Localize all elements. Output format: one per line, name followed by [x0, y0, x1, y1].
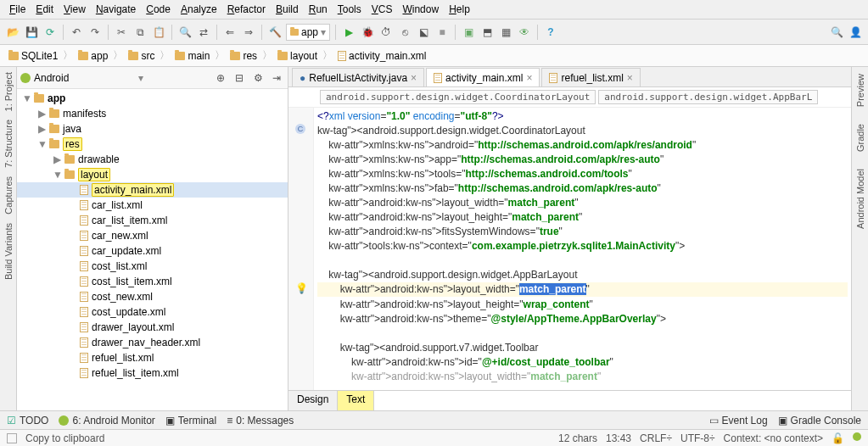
tree-item-layout[interactable]: ▼layout [17, 167, 288, 182]
tree-item-refuel_list-xml[interactable]: refuel_list.xml [17, 350, 288, 365]
undo-icon[interactable]: ↶ [69, 25, 84, 40]
menu-tools[interactable]: Tools [333, 2, 366, 17]
lock-icon[interactable]: 🔓 [832, 432, 844, 444]
menu-edit[interactable]: Edit [31, 2, 58, 17]
android-monitor-tool[interactable]: 6: Android Monitor [59, 415, 154, 426]
collapse-all-icon[interactable]: ⊟ [232, 70, 247, 86]
coverage-icon[interactable]: ⬕ [416, 25, 431, 40]
menu-refactor[interactable]: Refactor [223, 2, 270, 17]
tree-item-car_update-xml[interactable]: car_update.xml [17, 243, 288, 259]
status-android-icon[interactable] [853, 432, 861, 441]
rail-android-model[interactable]: Android Model [855, 169, 865, 229]
attach-icon[interactable]: ⎋ [397, 25, 412, 40]
code-editor[interactable]: <?xml version="1.0" encoding="utf-8"?>kw… [314, 108, 851, 390]
tree-item-drawable[interactable]: ▶drawable [17, 152, 288, 167]
status-context[interactable]: Context: <no context> [724, 432, 823, 444]
rail-build-variants[interactable]: Build Variants [3, 223, 14, 280]
find-icon[interactable]: 🔍 [177, 25, 193, 40]
menu-code[interactable]: Code [142, 2, 175, 17]
forward-icon[interactable]: ⇒ [241, 25, 256, 40]
terminal-tool[interactable]: ▣Terminal [165, 415, 216, 426]
text-tab[interactable]: Text [338, 391, 374, 410]
tree-item-manifests[interactable]: ▶manifests [17, 106, 288, 121]
status-encoding[interactable]: UTF-8÷ [680, 432, 715, 444]
gradle-console-tool[interactable]: ▣Gradle Console [778, 415, 861, 426]
redo-icon[interactable]: ↷ [87, 25, 103, 40]
event-log-tool[interactable]: ▭Event Log [709, 415, 768, 426]
back-icon[interactable]: ⇐ [222, 25, 238, 40]
tree-item-cost_update-xml[interactable]: cost_update.xml [17, 304, 288, 320]
menu-window[interactable]: Window [398, 2, 443, 17]
editor-tab-RefuelListActivity-java[interactable]: ●RefuelListActivity.java× [292, 68, 424, 86]
menu-analyze[interactable]: Analyze [176, 2, 221, 17]
close-icon[interactable]: × [411, 72, 417, 84]
tree-item-app[interactable]: ▼app [17, 91, 288, 106]
tree-item-drawer_nav_header-xml[interactable]: drawer_nav_header.xml [17, 335, 288, 350]
menu-run[interactable]: Run [305, 2, 332, 17]
rail-captures[interactable]: Captures [3, 176, 14, 215]
tree-item-cost_list-xml[interactable]: cost_list.xml [17, 259, 288, 274]
tree-item-cost_new-xml[interactable]: cost_new.xml [17, 289, 288, 304]
editor-tab-refuel_list-xml[interactable]: refuel_list.xml× [541, 68, 640, 86]
profile-icon[interactable]: ⏱ [378, 25, 394, 40]
project-view-mode[interactable]: Android [34, 72, 69, 84]
search-everywhere-icon[interactable]: 🔍 [829, 25, 844, 40]
close-icon[interactable]: × [526, 72, 532, 84]
gear-icon[interactable]: ⚙ [250, 70, 266, 86]
breadcrumb-res[interactable]: res [227, 50, 260, 62]
breadcrumb-activity_main-xml[interactable]: activity_main.xml [334, 50, 429, 62]
tree-item-car_list_item-xml[interactable]: car_list_item.xml [17, 213, 288, 228]
run-config-combo[interactable]: app ▾ [286, 24, 330, 41]
menu-vcs[interactable]: VCS [367, 2, 397, 17]
tree-item-car_new-xml[interactable]: car_new.xml [17, 228, 288, 243]
crumb-coordinator[interactable]: android.support.design.widget.Coordinato… [320, 90, 596, 104]
tree-item-drawer_layout-xml[interactable]: drawer_layout.xml [17, 320, 288, 335]
open-icon[interactable]: 📂 [5, 25, 20, 40]
rail-1-project[interactable]: 1: Project [3, 72, 14, 111]
sync-icon[interactable]: ⟳ [42, 25, 58, 40]
menu-help[interactable]: Help [445, 2, 474, 17]
layout-icon[interactable]: ▦ [498, 25, 513, 40]
replace-icon[interactable]: ⇄ [196, 25, 211, 40]
tree-item-car_list-xml[interactable]: car_list.xml [17, 198, 288, 213]
menu-navigate[interactable]: Navigate [92, 2, 140, 17]
status-box-icon[interactable] [7, 433, 17, 443]
paste-icon[interactable]: 📋 [151, 25, 166, 40]
rail-preview[interactable]: Preview [855, 74, 865, 107]
scroll-from-source-icon[interactable]: ⊕ [213, 70, 228, 86]
todo-tool[interactable]: ☑TODO [7, 415, 48, 426]
breadcrumb-src[interactable]: src [125, 50, 158, 62]
make-icon[interactable]: 🔨 [267, 25, 283, 40]
help-icon[interactable]: ? [543, 25, 558, 40]
tree-item-res[interactable]: ▼res [17, 137, 288, 152]
sdk-icon[interactable]: ⬒ [479, 25, 495, 40]
messages-tool[interactable]: ≡0: Messages [227, 415, 294, 426]
cut-icon[interactable]: ✂ [114, 25, 129, 40]
menu-build[interactable]: Build [272, 2, 303, 17]
breadcrumb-app[interactable]: app [75, 50, 111, 62]
breadcrumb-SQLite1[interactable]: SQLite1 [5, 50, 61, 62]
rail-7-structure[interactable]: 7: Structure [3, 120, 14, 168]
breadcrumb-main[interactable]: main [171, 50, 213, 62]
project-tree[interactable]: ▼app▶manifests▶java▼res▶drawable▼layouta… [17, 89, 288, 410]
tree-item-java[interactable]: ▶java [17, 121, 288, 137]
tree-item-refuel_list_item-xml[interactable]: refuel_list_item.xml [17, 365, 288, 381]
status-lineend[interactable]: CRLF÷ [640, 432, 672, 444]
hide-icon[interactable]: ⇥ [269, 70, 284, 86]
menu-view[interactable]: View [59, 2, 90, 17]
rail-gradle[interactable]: Gradle [855, 124, 865, 152]
breadcrumb-layout[interactable]: layout [274, 50, 321, 62]
menu-file[interactable]: File [5, 2, 30, 17]
run-icon[interactable]: ▶ [341, 25, 356, 40]
editor-tab-activity_main-xml[interactable]: activity_main.xml× [426, 68, 540, 86]
crumb-appbar[interactable]: android.support.design.widget.AppBarL [598, 90, 818, 104]
tree-item-activity_main-xml[interactable]: activity_main.xml [17, 182, 288, 198]
avd-icon[interactable]: ▣ [461, 25, 476, 40]
copy-icon[interactable]: ⧉ [132, 25, 148, 40]
editor-gutter[interactable]: C💡 [288, 108, 314, 390]
debug-icon[interactable]: 🐞 [360, 25, 375, 40]
stop-icon[interactable]: ■ [434, 25, 450, 40]
design-tab[interactable]: Design [288, 391, 338, 410]
save-icon[interactable]: 💾 [24, 25, 39, 40]
tree-item-cost_list_item-xml[interactable]: cost_list_item.xml [17, 274, 288, 289]
